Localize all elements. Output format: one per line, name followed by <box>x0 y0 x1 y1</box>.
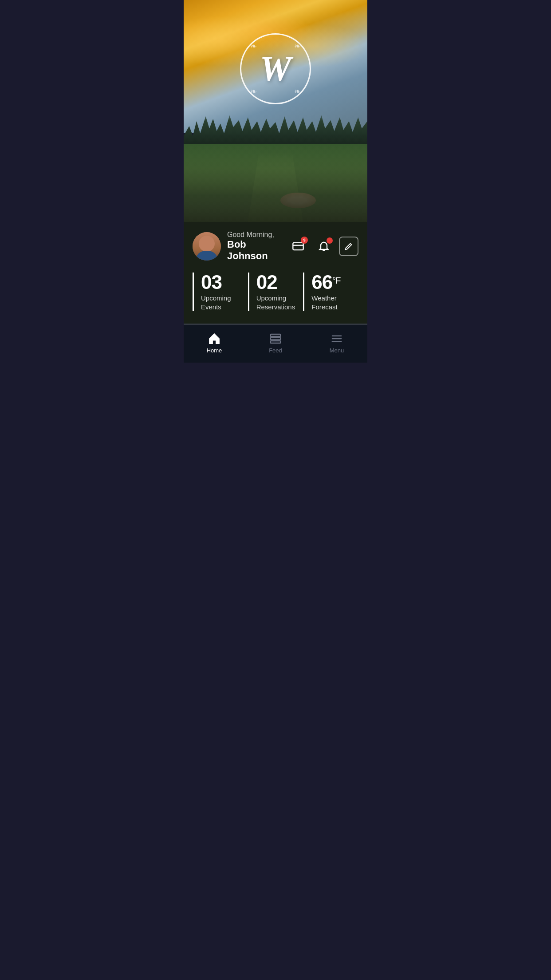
billing-badge: $ <box>301 237 308 244</box>
nav-menu[interactable]: Menu <box>306 330 367 356</box>
nav-menu-label: Menu <box>330 347 344 354</box>
stat-reservations[interactable]: 02 UpcomingReservations <box>248 273 303 311</box>
nav-feed[interactable]: Feed <box>245 330 306 356</box>
notification-badge <box>327 237 333 244</box>
stat-reservations-label: UpcomingReservations <box>256 294 296 311</box>
edit-button[interactable] <box>339 237 358 256</box>
gradient-overlay <box>184 133 367 222</box>
user-section: Good Morning, Bob Johnson $ <box>184 222 367 262</box>
logo-letter: W <box>260 51 291 87</box>
svg-rect-3 <box>271 338 281 340</box>
flourish-bottom-left: ❧ <box>250 87 257 96</box>
stat-weather-label: WeatherForecast <box>311 294 351 311</box>
nav-home[interactable]: Home <box>184 330 245 356</box>
svg-rect-4 <box>271 341 281 343</box>
avatar <box>193 232 221 261</box>
stat-events[interactable]: 03 UpcomingEvents <box>193 273 248 311</box>
user-info: Good Morning, Bob Johnson <box>193 231 287 262</box>
feed-icon <box>269 332 282 345</box>
greeting-salutation: Good Morning, <box>227 231 287 239</box>
stats-section: 03 UpcomingEvents 02 UpcomingReservation… <box>184 262 367 324</box>
billing-button[interactable]: $ <box>287 236 309 257</box>
avatar-head <box>199 236 215 252</box>
flourish-top-left: ❧ <box>250 41 257 51</box>
bottom-nav: Home Feed Menu <box>184 324 367 363</box>
stat-weather[interactable]: 66°F WeatherForecast <box>303 273 358 311</box>
nav-feed-label: Feed <box>269 347 282 354</box>
home-icon <box>208 332 221 345</box>
stat-events-number: 03 <box>201 273 241 292</box>
hero-section: ❧ ❧ ❧ ❧ W <box>184 0 367 222</box>
svg-rect-2 <box>271 334 281 336</box>
action-icons: $ <box>287 236 358 257</box>
stat-events-label: UpcomingEvents <box>201 294 241 311</box>
notification-button[interactable] <box>313 236 335 257</box>
stat-reservations-number: 02 <box>256 273 296 292</box>
greeting-name: Bob Johnson <box>227 239 287 262</box>
club-logo: ❧ ❧ ❧ ❧ W <box>240 33 311 104</box>
avatar-body <box>196 251 218 261</box>
edit-icon <box>344 241 354 251</box>
svg-rect-0 <box>293 243 303 250</box>
greeting-text: Good Morning, Bob Johnson <box>227 231 287 262</box>
flourish-bottom-right: ❧ <box>294 87 301 96</box>
flourish-top-right: ❧ <box>294 41 301 51</box>
nav-home-label: Home <box>207 347 222 354</box>
stat-weather-number: 66°F <box>311 273 351 292</box>
avatar-face <box>193 232 221 261</box>
menu-icon <box>330 332 343 345</box>
